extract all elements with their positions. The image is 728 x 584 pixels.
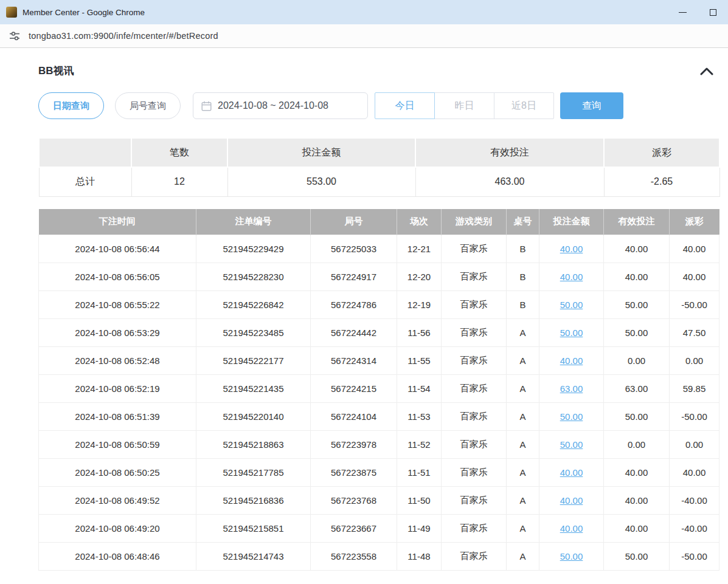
maximize-icon xyxy=(710,9,716,16)
record-cell-payout: -50.00 xyxy=(670,543,719,571)
record-cell-game: 百家乐 xyxy=(442,487,507,515)
filter-row: 日期查询 局号查询 2024-10-08 ~ 2024-10-08 今日 昨日 … xyxy=(38,92,719,119)
record-cell-time: 2024-10-08 06:51:39 xyxy=(39,403,196,431)
record-cell-order: 521945221435 xyxy=(196,375,311,403)
record-cell-payout: 59.85 xyxy=(670,375,719,403)
record-cell-game: 百家乐 xyxy=(442,459,507,487)
bet-record-page: BB视讯 日期查询 局号查询 2024-10-08 ~ 2024-10-08 今… xyxy=(0,48,728,571)
record-cell-time: 2024-10-08 06:48:46 xyxy=(39,543,196,571)
record-row: 2024-10-08 06:49:20521945215851567223667… xyxy=(39,515,719,543)
record-cell-order: 521945228230 xyxy=(196,263,311,291)
bet-amount-link[interactable]: 40.00 xyxy=(560,467,583,478)
record-cell-table_no: A xyxy=(507,347,539,375)
record-cell-table_no: A xyxy=(507,515,539,543)
summary-column-header: 派彩 xyxy=(604,138,719,167)
record-cell-session: 11-51 xyxy=(397,459,442,487)
page-title: BB视讯 xyxy=(38,64,74,78)
record-cell-table_no: B xyxy=(507,263,539,291)
record-cell-order: 521945226842 xyxy=(196,291,311,319)
record-cell-round: 567223667 xyxy=(311,515,397,543)
minimize-button[interactable] xyxy=(667,0,698,24)
round-query-tab[interactable]: 局号查询 xyxy=(115,92,181,119)
record-cell-bet: 40.00 xyxy=(539,487,604,515)
record-cell-round: 567225033 xyxy=(311,235,397,263)
bet-amount-link[interactable]: 40.00 xyxy=(560,272,583,282)
records-column-header: 局号 xyxy=(311,209,397,235)
site-settings-icon[interactable] xyxy=(9,30,21,42)
records-header-row: 下注时间注单编号局号场次游戏类别桌号投注金额有效投注派彩 xyxy=(39,209,719,235)
record-cell-payout: 40.00 xyxy=(670,235,719,263)
record-row: 2024-10-08 06:55:22521945226842567224786… xyxy=(39,291,719,319)
record-cell-payout: 40.00 xyxy=(670,263,719,291)
bet-amount-link[interactable]: 40.00 xyxy=(560,244,583,254)
record-cell-game: 百家乐 xyxy=(442,431,507,459)
record-cell-game: 百家乐 xyxy=(442,375,507,403)
record-cell-table_no: A xyxy=(507,375,539,403)
record-cell-order: 521945222177 xyxy=(196,347,311,375)
record-cell-valid: 40.00 xyxy=(604,515,670,543)
records-column-header: 游戏类别 xyxy=(442,209,507,235)
maximize-button[interactable] xyxy=(698,0,728,24)
record-cell-valid: 50.00 xyxy=(604,291,670,319)
records-column-header: 注单编号 xyxy=(196,209,311,235)
record-cell-session: 12-20 xyxy=(397,263,442,291)
bet-amount-link[interactable]: 50.00 xyxy=(560,328,583,338)
record-row: 2024-10-08 06:53:29521945223485567224442… xyxy=(39,319,719,347)
record-cell-time: 2024-10-08 06:56:44 xyxy=(39,235,196,263)
bet-amount-link[interactable]: 50.00 xyxy=(560,439,583,450)
record-cell-time: 2024-10-08 06:53:29 xyxy=(39,319,196,347)
collapse-chevron-icon[interactable] xyxy=(700,67,713,75)
record-cell-payout: -50.00 xyxy=(670,403,719,431)
section-header: BB视讯 xyxy=(38,64,713,78)
record-cell-game: 百家乐 xyxy=(442,235,507,263)
record-cell-session: 11-49 xyxy=(397,515,442,543)
record-cell-time: 2024-10-08 06:49:52 xyxy=(39,487,196,515)
summary-total-row: 总计12553.00463.00-2.65 xyxy=(39,167,719,196)
record-row: 2024-10-08 06:56:44521945229429567225033… xyxy=(39,235,719,263)
record-cell-bet: 50.00 xyxy=(539,543,604,571)
record-cell-round: 567224442 xyxy=(311,319,397,347)
bet-amount-link[interactable]: 50.00 xyxy=(560,551,583,562)
record-cell-payout: 47.50 xyxy=(670,319,719,347)
bet-amount-link[interactable]: 63.00 xyxy=(560,383,583,394)
record-cell-valid: 0.00 xyxy=(604,347,670,375)
quick-range-group: 今日 昨日 近8日 xyxy=(375,92,554,119)
summary-value-cell: 463.00 xyxy=(415,167,604,196)
record-cell-round: 567223978 xyxy=(311,431,397,459)
record-cell-game: 百家乐 xyxy=(442,263,507,291)
bet-amount-link[interactable]: 50.00 xyxy=(560,300,583,310)
record-cell-session: 11-55 xyxy=(397,347,442,375)
record-cell-game: 百家乐 xyxy=(442,347,507,375)
summary-value-cell: -2.65 xyxy=(604,167,719,196)
last8days-button[interactable]: 近8日 xyxy=(494,92,554,119)
record-cell-payout: 0.00 xyxy=(670,347,719,375)
record-cell-order: 521945223485 xyxy=(196,319,311,347)
date-range-input[interactable]: 2024-10-08 ~ 2024-10-08 xyxy=(193,92,368,119)
yesterday-button[interactable]: 昨日 xyxy=(434,92,494,119)
search-button[interactable]: 查询 xyxy=(560,92,623,119)
record-cell-order: 521945217785 xyxy=(196,459,311,487)
favicon xyxy=(6,7,17,18)
record-row: 2024-10-08 06:49:52521945216836567223768… xyxy=(39,487,719,515)
record-cell-valid: 50.00 xyxy=(604,403,670,431)
bet-amount-link[interactable]: 40.00 xyxy=(560,356,583,366)
bet-amount-link[interactable]: 50.00 xyxy=(560,411,583,422)
url-text[interactable]: tongbao31.com:9900/infe/mcenter/#/betRec… xyxy=(29,31,218,41)
record-cell-bet: 50.00 xyxy=(539,291,604,319)
today-button[interactable]: 今日 xyxy=(375,92,435,119)
record-cell-table_no: A xyxy=(507,431,539,459)
record-cell-payout: 0.00 xyxy=(670,431,719,459)
record-cell-valid: 40.00 xyxy=(604,487,670,515)
bet-amount-link[interactable]: 40.00 xyxy=(560,495,583,506)
record-cell-game: 百家乐 xyxy=(442,291,507,319)
url-bar[interactable]: tongbao31.com:9900/infe/mcenter/#/betRec… xyxy=(0,24,728,48)
summary-column-header: 投注金额 xyxy=(227,138,415,167)
bet-amount-link[interactable]: 40.00 xyxy=(560,523,583,534)
record-cell-bet: 40.00 xyxy=(539,347,604,375)
record-cell-payout: -40.00 xyxy=(670,515,719,543)
record-cell-session: 11-56 xyxy=(397,319,442,347)
record-cell-game: 百家乐 xyxy=(442,543,507,571)
record-cell-session: 11-54 xyxy=(397,375,442,403)
record-cell-round: 567223875 xyxy=(311,459,397,487)
date-query-tab[interactable]: 日期查询 xyxy=(38,92,104,119)
